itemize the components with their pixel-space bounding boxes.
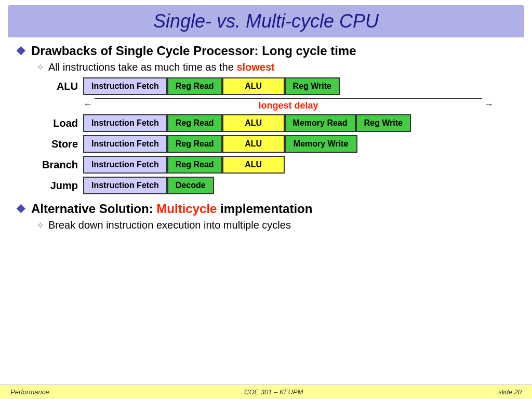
- footer-center: COE 301 – KFUPM: [244, 388, 303, 396]
- diamond-outline-icon2: ✧: [36, 220, 44, 231]
- slide: Single- vs. Multi-cycle CPU ❖ Drawbacks …: [0, 0, 532, 399]
- arrow-row: ← longest delay →: [42, 98, 516, 111]
- branch-fetch: Instruction Fetch: [83, 156, 167, 174]
- footer-right: slide 20: [498, 388, 522, 396]
- jump-blocks: Instruction Fetch Decode: [83, 177, 214, 194]
- diamond-icon1: ❖: [16, 45, 26, 58]
- jump-fetch: Instruction Fetch: [83, 177, 167, 194]
- sub1-text: All instructions take as much time as th…: [48, 61, 275, 73]
- branch-regread: Reg Read: [167, 156, 222, 174]
- branch-blocks: Instruction Fetch Reg Read ALU: [83, 156, 285, 174]
- alu-label: ALU: [42, 81, 78, 92]
- branch-alu: ALU: [222, 156, 285, 174]
- bullet2: ❖ Alternative Solution: Multicycle imple…: [16, 202, 516, 216]
- alu-fetch: Instruction Fetch: [83, 77, 167, 95]
- diamond-outline-icon1: ✧: [36, 62, 44, 73]
- bullet1-text: Drawbacks of Single Cycle Processor: Lon…: [31, 44, 356, 58]
- sub2-text: Break down instruction execution into mu…: [48, 219, 291, 231]
- jump-label: Jump: [42, 180, 78, 192]
- store-alu: ALU: [222, 135, 285, 153]
- bullet2-text: Alternative Solution: Multicycle impleme…: [31, 202, 312, 216]
- store-label: Store: [42, 138, 78, 150]
- load-alu: ALU: [222, 114, 285, 132]
- bullet1: ❖ Drawbacks of Single Cycle Processor: L…: [16, 44, 516, 58]
- jump-decode: Decode: [167, 177, 214, 194]
- footer-left: Performance: [10, 388, 49, 396]
- load-regwrite: Reg Write: [356, 114, 411, 132]
- load-blocks: Instruction Fetch Reg Read ALU Memory Re…: [83, 114, 411, 132]
- arrow-left-icon: ←: [83, 99, 92, 110]
- load-label: Load: [42, 117, 78, 129]
- content-area: ❖ Drawbacks of Single Cycle Processor: L…: [0, 42, 532, 384]
- sub-bullet2: ✧ Break down instruction execution into …: [16, 219, 516, 231]
- store-blocks: Instruction Fetch Reg Read ALU Memory Wr…: [83, 135, 357, 153]
- store-regread: Reg Read: [167, 135, 222, 153]
- alu-alu: ALU: [222, 77, 285, 95]
- arrow-line: ← longest delay →: [83, 98, 494, 111]
- footer: Performance COE 301 – KFUPM slide 20: [0, 384, 532, 399]
- load-regread: Reg Read: [167, 114, 222, 132]
- load-fetch: Instruction Fetch: [83, 114, 167, 132]
- arrow-right-icon: →: [484, 99, 494, 110]
- alu-blocks: Instruction Fetch Reg Read ALU Reg Write: [83, 77, 340, 95]
- alu-regwrite: Reg Write: [285, 77, 340, 95]
- alu-regread: Reg Read: [167, 77, 222, 95]
- alu-row: ALU Instruction Fetch Reg Read ALU Reg W…: [42, 77, 516, 95]
- branch-row: Branch Instruction Fetch Reg Read ALU: [42, 156, 516, 174]
- store-memwrite: Memory Write: [285, 135, 357, 153]
- sub-bullet1: ✧ All instructions take as much time as …: [16, 61, 516, 73]
- jump-row: Jump Instruction Fetch Decode: [42, 177, 516, 194]
- store-row: Store Instruction Fetch Reg Read ALU Mem…: [42, 135, 516, 153]
- load-memread: Memory Read: [285, 114, 356, 132]
- slide-title: Single- vs. Multi-cycle CPU: [153, 10, 379, 32]
- load-row: Load Instruction Fetch Reg Read ALU Memo…: [42, 114, 516, 132]
- branch-label: Branch: [42, 159, 78, 171]
- instruction-table: ALU Instruction Fetch Reg Read ALU Reg W…: [16, 77, 516, 194]
- title-bar: Single- vs. Multi-cycle CPU: [8, 5, 524, 37]
- arrow-label-text: longest delay: [95, 98, 482, 111]
- store-fetch: Instruction Fetch: [83, 135, 167, 153]
- diamond-icon2: ❖: [16, 203, 26, 216]
